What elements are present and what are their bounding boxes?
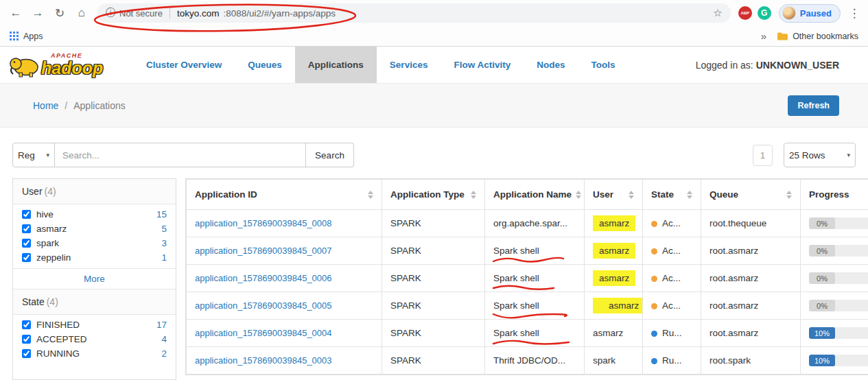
progress-cell: 10% [801,320,868,347]
search-input[interactable] [55,143,306,167]
refresh-button[interactable]: Refresh [788,95,839,116]
col-application-type[interactable]: Application Type [382,180,485,210]
browser-menu-icon[interactable]: ⋮ [846,6,863,21]
facet-more-link[interactable]: More [13,268,176,289]
profile-chip[interactable]: Paused [779,4,841,23]
annotation-underline [492,256,566,264]
user-cell: asmarz [585,292,643,320]
logged-in-status: Logged in as: UNKNOWN_USER [696,60,868,71]
highlighted-user: asmarz [593,215,635,231]
facet-checkbox-zeppelin[interactable] [22,253,31,262]
apps-grid-icon [10,32,19,40]
search-type-value: Reg [18,150,35,161]
application-link[interactable]: application_1578690039845_0004 [195,328,332,338]
hadoop-logo[interactable]: APACHE hadoop [8,47,124,83]
app-name-cell: org.apache.spar... [485,210,585,237]
facet-item-finished: FINISHED 17 [13,318,176,332]
user-cell: asmarz [585,210,643,237]
reload-icon[interactable]: ↻ [49,3,70,23]
col-application-name[interactable]: Application Name [485,180,585,210]
breadcrumb: Home / Applications Refresh [0,84,868,128]
nav-cluster-overview[interactable]: Cluster Overview [133,47,235,83]
app-header: APACHE hadoop Cluster Overview Queues Ap… [0,47,868,84]
progress-bar: 10% [809,327,868,339]
table-row: application_1578690039845_0007 SPARK Spa… [187,237,868,265]
bookmarks-bar: Apps » Other bookmarks [0,26,868,47]
queue-cell: root.asmarz [701,237,801,265]
nav-tools[interactable]: Tools [578,47,628,83]
hadoop-elephant-icon [8,53,40,78]
facet-checkbox-spark[interactable] [22,239,31,248]
breadcrumb-home-link[interactable]: Home [33,100,58,111]
back-icon[interactable]: ← [5,3,26,23]
queue-cell: root.asmarz [701,320,801,347]
progress-cell: 0% [801,265,868,292]
app-type-cell: SPARK [382,320,485,347]
queue-cell: root.spark [701,347,801,375]
nav-queues[interactable]: Queues [235,47,295,83]
home-icon[interactable]: ⌂ [71,3,92,23]
highlighted-user: asmarz [593,298,643,313]
sort-icon [629,191,634,199]
sync-status-label: Paused [800,8,832,19]
facet-state-list: FINISHED 17 ACCEPTED 4 RUNNING 2 [13,315,176,364]
facet-item-spark: spark 3 [13,236,176,250]
user-cell: spark [585,347,643,375]
status-dot-running [651,331,657,337]
table-row: application_1578690039845_0008 SPARK org… [187,210,868,237]
queue-cell: root.thequeue [701,210,801,237]
state-cell: Ac... [643,292,701,320]
adblock-extension-icon[interactable]: ABP [738,6,752,20]
annotation-underline [492,311,567,320]
facet-checkbox-running[interactable] [22,349,31,358]
col-state[interactable]: State [643,180,701,210]
forward-icon[interactable]: → [27,3,48,23]
app-name-cell: Spark shell [485,320,585,347]
nav-services[interactable]: Services [377,47,441,83]
status-dot-accepted [651,276,657,282]
nav-applications[interactable]: Applications [295,47,377,83]
nav-nodes[interactable]: Nodes [524,47,578,83]
application-link[interactable]: application_1578690039845_0005 [195,300,332,311]
facet-checkbox-hive[interactable] [22,210,31,219]
progress-cell: 0% [801,292,868,320]
facet-checkbox-finished[interactable] [22,320,31,329]
grammarly-extension-icon[interactable]: G [758,6,771,20]
progress-bar: 10% [809,355,868,366]
info-icon[interactable]: ⓘ [106,7,115,19]
state-cell: Ru... [643,320,701,347]
rows-per-page-select[interactable]: 25 Rows ▾ [784,143,856,167]
application-link[interactable]: application_1578690039845_0008 [195,218,332,228]
col-progress[interactable]: Progress [801,180,868,210]
bookmark-star-icon[interactable]: ☆ [713,7,722,19]
highlighted-user: asmarz [593,270,635,286]
nav-flow-activity[interactable]: Flow Activity [441,47,524,83]
application-link[interactable]: application_1578690039845_0006 [195,273,332,283]
search-button[interactable]: Search [306,143,354,167]
col-queue[interactable]: Queue [701,180,801,210]
bookmark-apps[interactable]: Apps [10,32,43,41]
state-cell: Ac... [643,210,701,237]
col-application-id[interactable]: Application ID [187,180,382,210]
content-area: User(4) hive 15 asmarz 5 spark 3 zeppeli… [0,178,868,380]
sort-icon [576,191,581,199]
facet-checkbox-accepted[interactable] [22,335,31,344]
logo-hadoop-label: hadoop [41,60,103,77]
facet-label: zeppelin [36,252,71,263]
search-type-select[interactable]: Reg ▾ [12,143,55,167]
facet-label: FINISHED [36,320,80,330]
facet-checkbox-asmarz[interactable] [22,224,31,233]
state-cell: Ac... [643,237,701,265]
address-divider [169,8,170,19]
pagination-page-1[interactable]: 1 [753,145,773,166]
bookmarks-overflow-icon[interactable]: » [761,30,766,42]
app-name-cell: Spark shell [485,237,585,265]
applications-table: Application ID Application Type Applicat… [186,179,868,375]
address-bar[interactable]: ⓘ Not secure tokyo.com :8088/ui2/#/yarn-… [97,3,731,23]
application-link[interactable]: application_1578690039845_0007 [195,246,332,256]
col-user[interactable]: User [585,180,643,210]
applications-table-panel: Application ID Application Type Applicat… [185,178,868,375]
facet-count: 15 [156,209,167,219]
other-bookmarks[interactable]: Other bookmarks [777,32,858,41]
application-link[interactable]: application_1578690039845_0003 [195,355,332,366]
